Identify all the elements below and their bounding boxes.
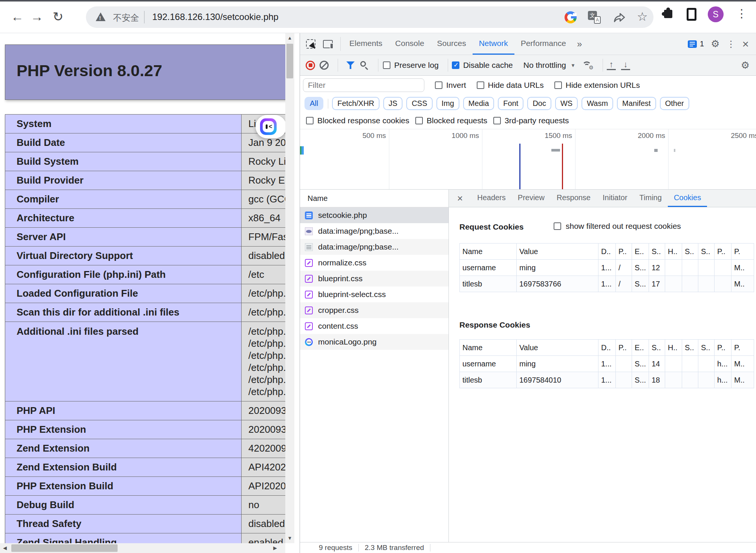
security-label[interactable]: 不安全 xyxy=(113,12,139,24)
address-bar[interactable]: ! 不安全 192.168.126.130/setcookie.php 文 A … xyxy=(86,6,653,28)
scrollbar-thumb[interactable] xyxy=(286,44,293,78)
monica-assistant-widget[interactable]: < xyxy=(256,115,286,138)
chip-all[interactable]: All xyxy=(305,97,323,110)
hide-extension-urls-checkbox[interactable] xyxy=(554,81,562,89)
table-row: PHP Extension BuildAPI20200 xyxy=(5,477,286,496)
bookmark-star-icon[interactable]: ☆ xyxy=(637,9,648,24)
network-overview-timeline[interactable]: 500 ms 1000 ms 1500 ms 2000 ms 2500 ms xyxy=(300,129,756,190)
chip-font[interactable]: Font xyxy=(498,97,523,110)
request-row[interactable]: content.css xyxy=(300,318,448,334)
blocked-response-cookies-checkbox[interactable] xyxy=(306,117,314,124)
reload-button[interactable]: ↻ xyxy=(48,7,68,26)
devtools-close-icon[interactable]: × xyxy=(742,38,749,51)
request-name: data:image/png;base... xyxy=(318,242,399,251)
network-conditions-icon[interactable]: ⚙ xyxy=(582,61,593,70)
network-settings-icon[interactable]: ⚙ xyxy=(741,60,750,71)
request-row[interactable]: data:image/png;base... xyxy=(300,223,448,239)
filter-input[interactable] xyxy=(303,78,424,92)
row-label: Zend Extension xyxy=(5,439,242,458)
export-har-icon[interactable]: ↓ xyxy=(621,60,630,70)
issues-icon[interactable] xyxy=(688,40,697,48)
table-row: Compilergcc (GCC xyxy=(5,190,286,209)
chip-manifest[interactable]: Manifest xyxy=(617,97,656,110)
request-row[interactable]: monicaLogo.png xyxy=(300,334,448,350)
show-filtered-checkbox[interactable] xyxy=(554,222,561,230)
request-row[interactable]: cropper.css xyxy=(300,302,448,318)
stylesheet-icon xyxy=(305,275,313,283)
tab-performance[interactable]: Performance xyxy=(514,33,572,55)
invert-label: Invert xyxy=(446,81,466,90)
scroll-right-icon[interactable]: ▶ xyxy=(270,543,280,553)
throttling-dropdown-icon[interactable]: ▼ xyxy=(571,63,575,68)
tab-preview[interactable]: Preview xyxy=(512,190,551,207)
request-row[interactable]: setcookie.php xyxy=(300,207,448,223)
blocked-requests-checkbox[interactable] xyxy=(415,117,423,124)
back-button[interactable]: ← xyxy=(8,7,27,26)
chip-ws[interactable]: WS xyxy=(555,97,578,110)
disable-cache-checkbox[interactable] xyxy=(452,61,459,69)
tab-console[interactable]: Console xyxy=(389,33,431,55)
detail-tabbar: × Headers Preview Response Initiator Tim… xyxy=(449,190,756,207)
chip-doc[interactable]: Doc xyxy=(527,97,551,110)
throttling-select[interactable]: No throttling xyxy=(523,61,566,70)
share-icon[interactable] xyxy=(613,11,626,25)
preserve-log-checkbox[interactable] xyxy=(383,61,390,69)
request-row[interactable]: blueprint.css xyxy=(300,271,448,286)
hide-data-urls-checkbox[interactable] xyxy=(477,81,484,89)
tab-response[interactable]: Response xyxy=(551,190,597,207)
record-network-log-icon[interactable] xyxy=(306,61,315,70)
chip-wasm[interactable]: Wasm xyxy=(582,97,613,110)
scrollbar-thumb[interactable] xyxy=(11,544,118,552)
row-label: Scan this dir for additional .ini files xyxy=(5,303,242,322)
scroll-up-icon[interactable]: ▲ xyxy=(285,33,294,43)
request-row[interactable]: data:image/png;base... xyxy=(300,239,448,255)
inspect-element-icon[interactable] xyxy=(306,39,315,49)
scroll-left-icon[interactable]: ◀ xyxy=(0,543,10,553)
clear-network-log-icon[interactable] xyxy=(320,61,329,70)
row-value: 42020093 xyxy=(242,439,286,458)
issues-count[interactable]: 1 xyxy=(700,40,704,48)
translate-icon[interactable]: 文 A xyxy=(588,11,601,24)
more-tabs-icon[interactable]: » xyxy=(572,33,586,55)
vertical-scrollbar[interactable]: ▲ ▼ xyxy=(285,33,294,543)
chip-media[interactable]: Media xyxy=(463,97,494,110)
filter-icon[interactable] xyxy=(346,61,355,69)
profile-avatar[interactable]: S xyxy=(708,6,724,22)
tab-initiator[interactable]: Initiator xyxy=(597,190,634,207)
extensions-puzzle-icon[interactable] xyxy=(664,10,672,18)
horizontal-scrollbar[interactable]: ◀ ▶ xyxy=(0,543,285,553)
search-icon[interactable] xyxy=(360,61,369,70)
cookies-panel: Request Cookies show filtered out reques… xyxy=(449,207,756,542)
chip-other[interactable]: Other xyxy=(660,97,689,110)
devtools-settings-icon[interactable]: ⚙ xyxy=(711,38,719,50)
tab-elements[interactable]: Elements xyxy=(343,33,389,55)
request-row[interactable]: normalize.css xyxy=(300,255,448,271)
import-har-icon[interactable]: ↑ xyxy=(607,60,616,70)
tab-sources[interactable]: Sources xyxy=(431,33,473,55)
chrome-menu-icon[interactable]: ⋮ xyxy=(734,6,749,21)
scroll-down-icon[interactable]: ▼ xyxy=(285,533,294,543)
divider xyxy=(448,59,448,72)
devtools-menu-icon[interactable]: ⋮ xyxy=(726,39,735,49)
chip-css[interactable]: CSS xyxy=(406,97,432,110)
devtools-tabbar: Elements Console Sources Network Perform… xyxy=(300,33,756,55)
third-party-requests-checkbox[interactable] xyxy=(493,117,501,124)
table-row: Build DateJan 9 20 xyxy=(5,133,286,152)
url-text[interactable]: 192.168.126.130/setcookie.php xyxy=(152,12,279,22)
side-panel-icon[interactable] xyxy=(687,8,696,21)
tab-timing[interactable]: Timing xyxy=(634,190,668,207)
tab-headers[interactable]: Headers xyxy=(471,190,512,207)
name-column-header[interactable]: Name xyxy=(300,190,448,207)
request-row[interactable]: blueprint-select.css xyxy=(300,286,448,302)
tab-cookies[interactable]: Cookies xyxy=(668,190,707,207)
tab-network[interactable]: Network xyxy=(473,33,514,55)
chip-fetch-xhr[interactable]: Fetch/XHR xyxy=(332,97,380,110)
chip-img[interactable]: Img xyxy=(436,97,459,110)
close-detail-icon[interactable]: × xyxy=(457,193,463,204)
device-toolbar-icon[interactable] xyxy=(323,40,333,48)
row-value: 20200930 xyxy=(242,401,286,420)
forward-button[interactable]: → xyxy=(27,7,47,26)
google-icon[interactable] xyxy=(565,11,577,23)
chip-js[interactable]: JS xyxy=(383,97,402,110)
invert-checkbox[interactable] xyxy=(435,81,442,89)
